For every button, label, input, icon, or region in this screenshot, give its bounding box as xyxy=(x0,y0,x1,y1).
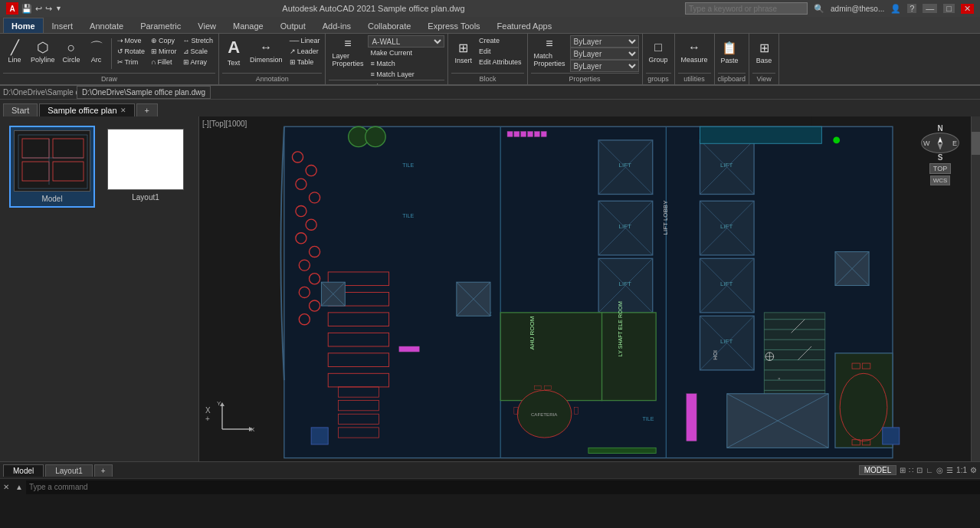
status-icon-polar[interactable]: ∟ xyxy=(926,466,933,474)
help-icon[interactable]: ? xyxy=(907,4,916,13)
dimension-button[interactable]: ↔ Dimension xyxy=(247,35,286,69)
status-scale[interactable]: 1:1 xyxy=(956,466,967,474)
svg-rect-125 xyxy=(883,428,900,444)
linear-button[interactable]: ── Linear xyxy=(287,35,323,46)
user-icon[interactable]: 👤 xyxy=(890,4,901,14)
canvas-area[interactable]: [-][Top][1000] TILE TILE TIL xyxy=(199,116,971,461)
restore-btn[interactable]: □ xyxy=(943,4,955,13)
tab-featured-apps[interactable]: Featured Apps xyxy=(489,18,561,33)
tab-collaborate[interactable]: Collaborate xyxy=(359,18,419,33)
status-icon-settings[interactable]: ⚙ xyxy=(970,466,977,474)
fillet-button[interactable]: ∩ Fillet xyxy=(149,57,179,67)
text-button[interactable]: A Text xyxy=(222,35,245,69)
insert-label: Insert xyxy=(454,57,472,64)
status-icon-ortho[interactable]: ⊡ xyxy=(916,466,923,474)
main-area: Model Layout1 [-][Top][1000] xyxy=(0,116,980,461)
circle-button[interactable]: ○ Circle xyxy=(60,35,84,69)
quick-undo-icon[interactable]: ↩ xyxy=(35,4,42,14)
layout1-thumbnail[interactable]: Layout1 xyxy=(104,126,187,208)
tab-insert[interactable]: Insert xyxy=(44,18,82,33)
tab-view[interactable]: View xyxy=(189,18,225,33)
tab-home[interactable]: Home xyxy=(3,18,44,33)
tab-parametric[interactable]: Parametric xyxy=(132,18,189,33)
measure-button[interactable]: ↔ Measure xyxy=(678,35,711,69)
create-block-button[interactable]: Create xyxy=(477,35,524,46)
make-current-button[interactable]: Make Current xyxy=(368,48,444,58)
table-button[interactable]: ⊞ Table xyxy=(287,57,323,67)
search-input[interactable] xyxy=(685,2,808,15)
move-button[interactable]: ⇢ Move xyxy=(115,35,148,46)
lineweight-dropdown[interactable]: ByLayer xyxy=(570,60,639,72)
layer-dropdown[interactable]: A-WALL xyxy=(368,35,444,48)
layout1-tab[interactable]: Layout1 xyxy=(45,464,93,477)
tab-output[interactable]: Output xyxy=(272,18,314,33)
ribbon-group-view: ⊞ Base View xyxy=(749,34,779,84)
layer-properties-button[interactable]: ≡ LayerProperties xyxy=(329,35,366,69)
edit-block-button[interactable]: Edit xyxy=(477,46,524,57)
search-icon[interactable]: 🔍 xyxy=(814,4,824,14)
model-status-label[interactable]: MODEL xyxy=(859,465,897,475)
compass-north: N xyxy=(937,124,942,133)
status-icon-grid[interactable]: ⊞ xyxy=(900,466,906,474)
status-icon-snap[interactable]: ∷ xyxy=(909,466,913,474)
tab-annotate[interactable]: Annotate xyxy=(81,18,132,33)
status-icon-osnap[interactable]: ◎ xyxy=(936,466,943,474)
status-icon-3d[interactable]: ☰ xyxy=(946,466,953,474)
right-scrollbar[interactable] xyxy=(971,116,980,461)
command-line-expand[interactable]: ▲ xyxy=(12,483,26,491)
top-view-button[interactable]: TOP xyxy=(929,163,951,174)
command-line-close[interactable]: ✕ xyxy=(0,483,12,491)
match-properties-button[interactable]: ≡ MatchProperties xyxy=(531,35,569,69)
layout-tabs-bar: Model Layout1 + MODEL ⊞ ∷ ⊡ ∟ ◎ ☰ 1:1 ⚙ xyxy=(0,461,980,478)
base-button[interactable]: ⊞ Base xyxy=(752,35,775,69)
model-tab[interactable]: Model xyxy=(3,464,44,477)
stretch-button[interactable]: ↔ Stretch xyxy=(181,35,216,46)
tab-express-tools[interactable]: Express Tools xyxy=(419,18,488,33)
match-button[interactable]: ≡ Match xyxy=(368,58,444,69)
block-tools: ⊞ Insert Create Edit Edit Attributes xyxy=(451,35,523,73)
array-button[interactable]: ⊞ Array xyxy=(181,57,216,67)
svg-text:TILE: TILE xyxy=(402,213,414,218)
ribbon-group-utilities: ↔ Measure utilities xyxy=(675,34,715,84)
minimize-btn[interactable]: — xyxy=(923,4,937,13)
insert-button[interactable]: ⊞ Insert xyxy=(451,35,475,69)
scrollbar-thumb[interactable] xyxy=(972,132,980,155)
copy-button[interactable]: ⊕ Copy xyxy=(149,35,179,46)
tab-manage[interactable]: Manage xyxy=(225,18,272,33)
linetype-dropdown[interactable]: ByLayer xyxy=(570,48,639,60)
svg-text:LIFT LOBBY: LIFT LOBBY xyxy=(662,200,669,235)
quick-redo-icon[interactable]: ↪ xyxy=(45,4,52,14)
tab-sample-office-plan[interactable]: Sample office plan ✕ xyxy=(39,103,134,116)
rotate-button[interactable]: ↺ Rotate xyxy=(115,46,148,57)
paste-button[interactable]: 📋 Paste xyxy=(718,35,742,69)
scale-button[interactable]: ⊿ Scale xyxy=(181,46,216,57)
tab-new[interactable]: + xyxy=(136,103,158,116)
line-button[interactable]: ╱ Line xyxy=(3,35,26,69)
arc-button[interactable]: ⌒ Arc xyxy=(85,35,108,69)
tab-start[interactable]: Start xyxy=(3,103,38,116)
match-layer-button[interactable]: ≡ Match Layer xyxy=(368,69,444,80)
polyline-button[interactable]: ⬡ Polyline xyxy=(28,35,58,69)
edit-attributes-button[interactable]: Edit Attributes xyxy=(477,57,524,67)
leader-button[interactable]: ↗ Leader xyxy=(287,46,323,57)
model-thumbnail[interactable]: Model xyxy=(9,126,95,208)
trim-button[interactable]: ✂ Trim xyxy=(115,57,148,67)
tab-addins[interactable]: Add-ins xyxy=(314,18,359,33)
group-button[interactable]: □ Group xyxy=(646,35,671,69)
color-dropdown[interactable]: ByLayer xyxy=(570,35,639,48)
annotation-tools: A Text ↔ Dimension ── Linear ↗ Leader ⊞ … xyxy=(222,35,322,73)
tab-close-icon[interactable]: ✕ xyxy=(120,107,126,114)
utilities-tools: ↔ Measure xyxy=(678,35,711,73)
close-btn[interactable]: ✕ xyxy=(961,4,974,14)
mirror-button[interactable]: ⊞ Mirror xyxy=(149,46,179,57)
svg-rect-94 xyxy=(528,131,533,136)
svg-rect-95 xyxy=(534,131,539,136)
measure-icon: ↔ xyxy=(688,41,700,54)
arc-icon: ⌒ xyxy=(90,41,103,54)
wcs-button[interactable]: WCS xyxy=(930,175,951,185)
quick-access-dropdown[interactable]: ▼ xyxy=(55,5,62,12)
quick-save-icon[interactable]: 💾 xyxy=(21,4,32,14)
svg-rect-0 xyxy=(15,131,90,192)
command-input[interactable] xyxy=(26,480,980,494)
add-layout-tab[interactable]: + xyxy=(94,464,113,477)
